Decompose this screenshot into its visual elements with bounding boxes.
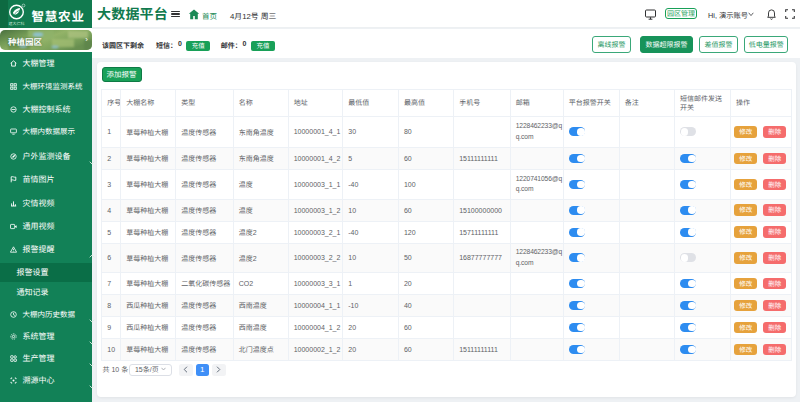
svg-text:建大仁科: 建大仁科 — [9, 20, 25, 26]
